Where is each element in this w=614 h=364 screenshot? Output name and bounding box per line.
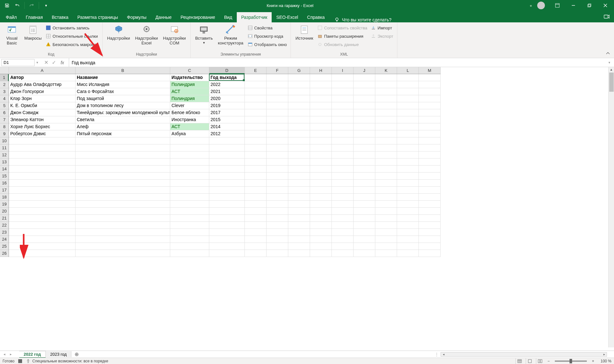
enter-formula-button[interactable]: ✓ [50, 59, 58, 66]
cell[interactable] [354, 144, 375, 151]
cell[interactable]: Полиндрия [170, 95, 209, 102]
cell[interactable] [170, 187, 209, 194]
name-box[interactable] [1, 59, 35, 66]
cell[interactable] [310, 187, 332, 194]
cell[interactable] [170, 159, 209, 166]
cell[interactable]: Иностранка [170, 116, 209, 123]
cell[interactable] [397, 166, 419, 173]
cells-area[interactable]: АвторНазваниеИздательствоГод выходаАудур… [9, 74, 441, 257]
cell[interactable] [375, 215, 397, 222]
add-sheet-button[interactable]: ⊕ [73, 351, 80, 358]
cell[interactable] [375, 116, 397, 123]
xml-source-button[interactable]: Источник [293, 24, 315, 41]
cell[interactable] [310, 81, 332, 88]
cell[interactable] [419, 201, 441, 208]
cell[interactable] [310, 180, 332, 187]
cell[interactable] [245, 180, 267, 187]
cell[interactable] [288, 222, 310, 229]
cell[interactable] [332, 144, 354, 151]
cell[interactable] [76, 229, 170, 236]
cell[interactable] [267, 194, 288, 201]
cell[interactable] [267, 208, 288, 215]
cell[interactable] [419, 95, 441, 102]
cell[interactable]: АСТ [170, 88, 209, 95]
row-header-1[interactable]: 1 [0, 74, 9, 81]
cell[interactable] [419, 187, 441, 194]
cell[interactable] [209, 208, 245, 215]
zoom-slider[interactable] [555, 360, 587, 362]
recording-indicator-icon[interactable] [18, 359, 22, 363]
cell[interactable] [76, 250, 170, 257]
cell[interactable] [419, 208, 441, 215]
cell[interactable] [419, 130, 441, 137]
cell[interactable] [310, 137, 332, 144]
cell[interactable] [419, 137, 441, 144]
cell[interactable] [9, 236, 76, 243]
cell[interactable] [375, 151, 397, 159]
cell[interactable] [170, 201, 209, 208]
redo-button[interactable] [27, 1, 36, 10]
col-header-K[interactable]: K [375, 67, 397, 74]
col-header-D[interactable]: D [209, 67, 245, 74]
cell[interactable] [9, 215, 76, 222]
cell[interactable] [310, 229, 332, 236]
insert-control-button[interactable]: Вставить▼ [193, 24, 215, 45]
cell[interactable] [245, 222, 267, 229]
cell[interactable] [170, 194, 209, 201]
tab-insert[interactable]: Вставка [47, 12, 73, 22]
cell[interactable]: Джон Сэвидж [9, 109, 76, 116]
col-header-F[interactable]: F [267, 67, 288, 74]
cell[interactable]: Аудур Ава Олафсдоттир [9, 81, 76, 88]
cell[interactable] [354, 194, 375, 201]
cell[interactable] [332, 229, 354, 236]
cell[interactable] [354, 180, 375, 187]
cell[interactable] [397, 123, 419, 130]
cell[interactable] [375, 180, 397, 187]
sheet-nav-next[interactable]: ▸ [8, 351, 14, 358]
cell[interactable] [310, 74, 332, 81]
cell[interactable]: Алеф [76, 123, 170, 130]
cell[interactable] [375, 250, 397, 257]
cell[interactable] [267, 137, 288, 144]
cell[interactable] [209, 201, 245, 208]
cell[interactable] [170, 180, 209, 187]
view-code-button[interactable]: Просмотр кода [247, 32, 288, 40]
tab-formulas[interactable]: Формулы [123, 12, 151, 22]
cell[interactable] [267, 81, 288, 88]
tell-me-search[interactable]: Что вы хотите сделать? [329, 17, 397, 22]
cell[interactable] [288, 116, 310, 123]
cell[interactable]: АСТ [170, 123, 209, 130]
cell[interactable] [419, 180, 441, 187]
cell[interactable] [209, 159, 245, 166]
cell[interactable] [332, 151, 354, 159]
cell[interactable] [76, 137, 170, 144]
cell[interactable] [267, 250, 288, 257]
row-header-13[interactable]: 13 [0, 159, 9, 166]
cell[interactable] [245, 74, 267, 81]
cell[interactable] [267, 180, 288, 187]
cell[interactable] [288, 180, 310, 187]
addins-button[interactable]: Надстройки [105, 24, 132, 41]
cell[interactable] [245, 102, 267, 109]
row-header-24[interactable]: 24 [0, 236, 9, 243]
cell[interactable] [267, 74, 288, 81]
cell[interactable] [375, 102, 397, 109]
cell[interactable]: Робертсон Дэвис [9, 130, 76, 137]
undo-button[interactable] [13, 1, 22, 10]
cell[interactable] [209, 144, 245, 151]
cell[interactable] [397, 201, 419, 208]
cell[interactable] [245, 144, 267, 151]
cell[interactable] [332, 194, 354, 201]
cell[interactable] [288, 137, 310, 144]
cell[interactable]: Пятый персонаж [76, 130, 170, 137]
row-header-22[interactable]: 22 [0, 222, 9, 229]
cell[interactable] [397, 88, 419, 95]
cell[interactable] [419, 151, 441, 159]
cell[interactable] [209, 187, 245, 194]
cell[interactable] [310, 123, 332, 130]
cell[interactable] [209, 250, 245, 257]
cell[interactable] [397, 137, 419, 144]
column-headers[interactable]: ABCDEFGHIJKLM [9, 67, 441, 74]
cell[interactable] [245, 159, 267, 166]
cell[interactable] [9, 250, 76, 257]
